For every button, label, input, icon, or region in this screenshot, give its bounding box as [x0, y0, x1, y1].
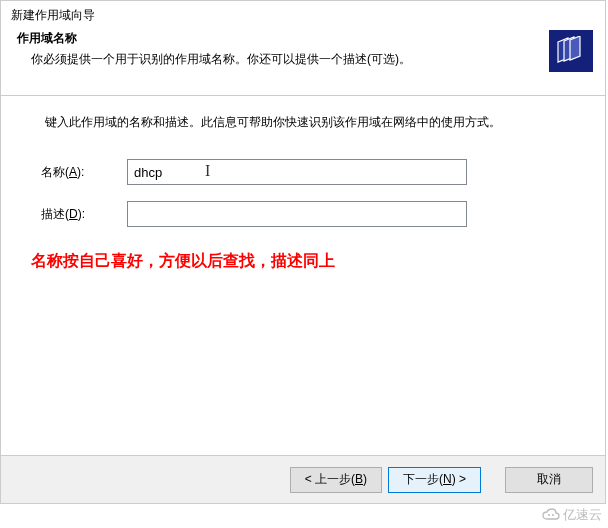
window-title: 新建作用域向导 — [1, 1, 605, 28]
svg-point-1 — [552, 514, 554, 516]
description-row: 描述(D): — [41, 201, 575, 227]
name-label: 名称(A): — [41, 164, 127, 181]
intro-text: 键入此作用域的名称和描述。此信息可帮助你快速识别该作用域在网络中的使用方式。 — [45, 114, 575, 131]
header-title: 作用域名称 — [17, 30, 595, 47]
wizard-window: 新建作用域向导 作用域名称 你必须提供一个用于识别的作用域名称。你还可以提供一个… — [0, 0, 606, 504]
header-description: 你必须提供一个用于识别的作用域名称。你还可以提供一个描述(可选)。 — [31, 51, 595, 68]
name-row: 名称(A): I — [41, 159, 575, 185]
svg-point-0 — [548, 514, 550, 516]
cloud-icon — [541, 508, 561, 522]
button-bar: < 上一步(B) 下一步(N) > 取消 — [1, 455, 605, 503]
scope-icon — [549, 30, 593, 72]
back-button[interactable]: < 上一步(B) — [290, 467, 382, 493]
annotation-text: 名称按自己喜好，方便以后查找，描述同上 — [31, 251, 575, 272]
cancel-button[interactable]: 取消 — [505, 467, 593, 493]
name-input[interactable] — [127, 159, 467, 185]
watermark: 亿速云 — [541, 506, 602, 524]
wizard-header: 作用域名称 你必须提供一个用于识别的作用域名称。你还可以提供一个描述(可选)。 — [1, 28, 605, 96]
next-button[interactable]: 下一步(N) > — [388, 467, 481, 493]
wizard-content: 键入此作用域的名称和描述。此信息可帮助你快速识别该作用域在网络中的使用方式。 名… — [1, 96, 605, 282]
description-input[interactable] — [127, 201, 467, 227]
description-label: 描述(D): — [41, 206, 127, 223]
